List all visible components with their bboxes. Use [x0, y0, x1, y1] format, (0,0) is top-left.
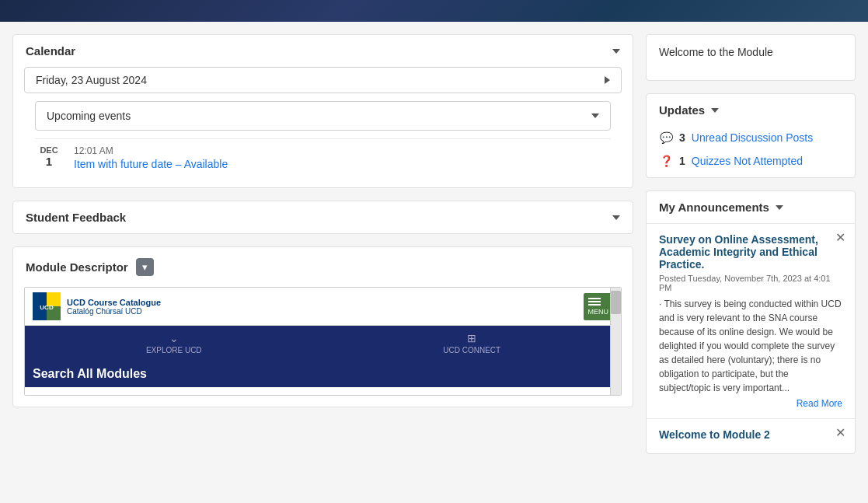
announcement-read-more-0[interactable]: Read More — [659, 398, 842, 409]
event-month: DEC — [35, 145, 63, 155]
announcements-header[interactable]: My Announcements — [647, 191, 855, 223]
event-details: 12:01 AM Item with future date – Availab… — [74, 145, 228, 170]
module-descriptor-dropdown-btn[interactable]: ▾ — [136, 258, 154, 276]
updates-header[interactable]: Updates — [647, 94, 855, 126]
calendar-chevron-down-icon — [612, 49, 620, 54]
announcement-body-0: · This survey is being conducted within … — [659, 297, 842, 395]
announcement-close-btn-0[interactable]: ✕ — [835, 232, 845, 244]
scrollbar-thumb[interactable] — [611, 291, 621, 314]
announcement-close-btn-1[interactable]: ✕ — [835, 427, 845, 439]
module-descriptor-card: Module Descriptor ▾ — [12, 246, 633, 407]
explore-label: EXPLORE UCD — [146, 346, 202, 355]
connect-icon: ⊞ — [467, 332, 476, 344]
module-descriptor-header[interactable]: Module Descriptor ▾ — [13, 247, 633, 287]
right-column: Welcome to the Module Updates 💬 3 Unread… — [646, 34, 856, 491]
ucd-connect-nav[interactable]: ⊞ UCD CONNECT — [323, 326, 622, 361]
event-title[interactable]: Item with future date – Available — [74, 158, 228, 170]
quiz-icon: ❓ — [659, 154, 673, 168]
updates-item-discussions: 💬 3 Unread Discussion Posts — [647, 126, 855, 149]
event-item: DEC 1 12:01 AM Item with future date – A… — [35, 138, 611, 176]
calendar-date: Friday, 23 August 2024 — [36, 74, 147, 86]
announcements-title: My Announcements — [659, 201, 769, 214]
updates-item-quizzes: ❓ 1 Quizzes Not Attempted — [647, 149, 855, 177]
event-time: 12:01 AM — [74, 145, 228, 156]
ucd-logo-icon: UCD — [33, 292, 61, 320]
left-column: Calendar Friday, 23 August 2024 Upcoming… — [12, 34, 633, 491]
ucd-text-block: UCD Course Catalogue Catalóg Chúrsaí UCD — [67, 298, 161, 316]
iframe-inner: UCD UCD Course Catalogue Catalóg Chúrsaí… — [25, 288, 621, 395]
hamburger-line — [588, 301, 601, 302]
upcoming-events-header[interactable]: Upcoming events — [35, 101, 611, 131]
upcoming-events-content: DEC 1 12:01 AM Item with future date – A… — [24, 131, 622, 187]
ucd-top-bar: UCD UCD Course Catalogue Catalóg Chúrsaí… — [25, 288, 621, 326]
announcements-chevron-icon — [776, 205, 783, 210]
ucd-course-title: UCD Course Catalogue — [67, 298, 161, 307]
hamburger-line — [588, 298, 601, 299]
announcement-item-0: ✕ Survey on Online Assessment, Academic … — [647, 223, 855, 418]
student-feedback-header[interactable]: Student Feedback — [13, 201, 633, 233]
ucd-explore-nav[interactable]: ⌄ EXPLORE UCD — [25, 326, 323, 361]
announcement-title-0[interactable]: Survey on Online Assessment, Academic In… — [659, 233, 842, 271]
discussion-label[interactable]: Unread Discussion Posts — [692, 131, 813, 144]
search-modules-section: Search All Modules — [25, 361, 621, 387]
updates-title: Updates — [659, 103, 705, 117]
announcements-card: My Announcements ✕ Survey on Online Asse… — [646, 190, 856, 454]
welcome-text: Welcome to the Module — [659, 46, 773, 58]
event-date-block: DEC 1 — [35, 145, 63, 168]
hamburger-menu-btn[interactable]: MENU — [584, 293, 614, 320]
dropdown-chevron-icon: ▾ — [142, 261, 148, 273]
hamburger-line — [588, 304, 601, 306]
calendar-header[interactable]: Calendar — [13, 35, 633, 67]
discussion-count: 3 — [679, 131, 685, 144]
welcome-card: Welcome to the Module — [646, 34, 856, 81]
scrollbar[interactable] — [610, 288, 621, 395]
explore-icon: ⌄ — [169, 332, 179, 344]
module-descriptor-iframe: UCD UCD Course Catalogue Catalóg Chúrsaí… — [24, 287, 622, 396]
updates-card: Updates 💬 3 Unread Discussion Posts ❓ 1 … — [646, 93, 856, 178]
menu-label: MENU — [588, 308, 609, 316]
svg-text:UCD: UCD — [40, 304, 54, 311]
announcement-item-1: ✕ Welcome to Module 2 — [647, 418, 855, 453]
ucd-nav-bar: ⌄ EXPLORE UCD ⊞ UCD CONNECT — [25, 326, 621, 361]
event-day: 1 — [35, 155, 63, 168]
announcement-title-1[interactable]: Welcome to Module 2 — [659, 428, 842, 441]
calendar-title: Calendar — [26, 44, 75, 58]
calendar-date-row[interactable]: Friday, 23 August 2024 — [24, 67, 622, 93]
search-label: Search All Modules — [33, 367, 147, 381]
page-wrapper: Calendar Friday, 23 August 2024 Upcoming… — [0, 0, 868, 503]
main-content: Calendar Friday, 23 August 2024 Upcoming… — [0, 22, 868, 503]
upcoming-events-label: Upcoming events — [47, 110, 131, 122]
student-feedback-chevron-icon — [612, 215, 620, 220]
quiz-label[interactable]: Quizzes Not Attempted — [692, 155, 803, 167]
student-feedback-title: Student Feedback — [26, 211, 126, 224]
connect-label: UCD CONNECT — [443, 346, 500, 355]
discussion-icon: 💬 — [659, 131, 673, 145]
student-feedback-card: Student Feedback — [12, 201, 633, 234]
course-banner — [0, 0, 868, 22]
announcement-date-0: Posted Tuesday, November 7th, 2023 at 4:… — [659, 274, 842, 292]
upcoming-events-chevron-icon — [591, 114, 599, 118]
calendar-date-chevron-right-icon — [605, 76, 610, 84]
updates-chevron-icon — [711, 108, 719, 113]
ucd-course-subtitle: Catalóg Chúrsaí UCD — [67, 307, 161, 316]
quiz-count: 1 — [679, 155, 685, 167]
calendar-card: Calendar Friday, 23 August 2024 Upcoming… — [12, 34, 633, 188]
module-descriptor-title: Module Descriptor — [26, 260, 128, 274]
